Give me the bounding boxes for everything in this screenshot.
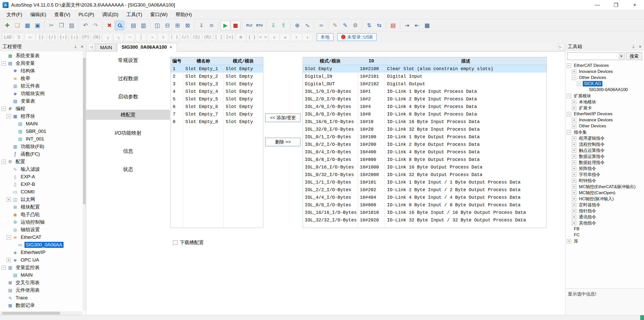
project-tree-item-r19[interactable]: +◫以太网 — [0, 196, 86, 203]
tab-SIG300_0A06AA100[interactable]: SIG300_0A06AA100× — [117, 43, 177, 51]
menu-view[interactable]: 查看(V) — [50, 10, 74, 19]
step-out-icon[interactable]: ⇤ — [412, 21, 422, 30]
settings-item-r3[interactable]: 槽配置 — [86, 110, 170, 120]
collapse-icon[interactable]: − — [577, 82, 581, 86]
restore-button[interactable]: ❐ — [607, 0, 625, 10]
project-tree-item-r6[interactable]: ▤变量表 — [0, 97, 86, 105]
coil-icon[interactable]: ( ) — [169, 33, 180, 41]
expand-icon[interactable]: + — [572, 142, 576, 147]
toolbox-tree-item-r5[interactable]: −扩展模块 — [565, 93, 644, 99]
menu-debug[interactable]: 调试(D) — [98, 10, 122, 19]
slot-row[interactable]: 8Slot Empty_8Slot Empty — [171, 118, 263, 126]
slot-row[interactable]: 4Slot Empty_4Slot Empty — [171, 88, 263, 95]
expand-icon[interactable]: + — [7, 197, 11, 202]
toolbox-tree-item-HC[interactable]: +HC轴控(脉冲输入) — [565, 196, 644, 202]
delete-icon[interactable]: ✖ — [105, 21, 114, 30]
collapse-icon[interactable]: − — [7, 235, 11, 240]
stop-icon[interactable]: ■ — [231, 21, 240, 30]
toolbox-tree-item-r26[interactable]: +其他指令 — [565, 220, 644, 226]
toolbox-tree-item-r23[interactable]: +定时器指令 — [565, 202, 644, 208]
project-tree-item-FB[interactable]: ▥功能块(FB) — [0, 143, 86, 150]
collapse-icon[interactable]: − — [2, 160, 6, 164]
slot-row[interactable]: 2Slot Empty_2Slot Empty — [171, 73, 263, 80]
expand-icon[interactable]: + — [567, 239, 571, 243]
toolbox-tree-item-r29[interactable]: +库 — [565, 238, 644, 244]
slot-row[interactable]: 5Slot Empty_5Slot Empty — [171, 95, 263, 103]
toolbox-tree-item-r11[interactable]: −指令集 — [565, 129, 644, 135]
minimize-button[interactable]: — — [588, 0, 607, 10]
expand-icon[interactable]: + — [572, 154, 576, 159]
expand-icon[interactable]: + — [572, 124, 576, 128]
toolbox-tree-item-r19[interactable]: +时钟指令 — [565, 178, 644, 184]
print-abort-icon[interactable]: ▤ — [388, 21, 398, 30]
select-tool-icon[interactable]: ▭ — [25, 33, 35, 41]
toolbox-tree-item-r6[interactable]: +本地模块 — [565, 99, 644, 105]
star-icon[interactable]: ✳ — [269, 33, 279, 41]
toolbox-tree-item-r16[interactable]: +数据处理指令 — [565, 159, 644, 165]
toolbox-tree-item-r24[interactable]: +指针指令 — [565, 208, 644, 214]
run-icon[interactable]: ▶ — [221, 21, 230, 30]
project-tree-item-r0[interactable]: ▦系统变量表 — [0, 52, 86, 60]
menu-help[interactable]: 帮助(H) — [171, 10, 196, 19]
expand-icon[interactable]: + — [572, 191, 576, 195]
toolbox-tree-item-EtherNetIPDevices[interactable]: −EtherNet/IP Devices — [565, 111, 644, 117]
scrollbar-thumb[interactable] — [83, 58, 86, 204]
edge-up-icon[interactable]: ↑ — [291, 33, 302, 41]
save-all-icon[interactable]: ▣ — [33, 21, 42, 30]
project-tree-item-r1[interactable]: −▤全局变量 — [0, 60, 86, 67]
project-tree-item-MAIN[interactable]: ▤MAIN — [0, 271, 86, 279]
contact-rising-icon[interactable]: ┤↑├ — [58, 33, 69, 41]
project-tree-item-r2[interactable]: ❖结构体 — [0, 67, 86, 75]
project-tree-vertical-scrollbar[interactable] — [83, 51, 86, 311]
module-row[interactable]: IOL_0/16_I/O-Bytes16#1000IO-Link 16 Byte… — [303, 163, 546, 171]
expand-icon[interactable]: + — [572, 197, 576, 201]
search-icon[interactable] — [115, 21, 124, 30]
settings-item-r0[interactable]: 常规设置 — [86, 55, 170, 65]
expand-icon[interactable]: + — [572, 185, 576, 189]
toolbox-tree-item-MCEtherCAT[interactable]: +MC轴控(EtherCAT&脉冲输出) — [565, 184, 644, 190]
module-row[interactable]: Digital_IN16#2101Digital Input — [303, 73, 546, 80]
slot-row[interactable]: 6Slot Empty_6Slot Empty — [171, 103, 263, 110]
pin-icon[interactable]: ⊤ — [632, 44, 635, 49]
toolbox-tree-item-FC[interactable]: FC — [565, 232, 644, 238]
module-row[interactable]: IOL_16/0_I/O-Bytes16#10IO-Link 16 Byte I… — [303, 118, 546, 126]
toolbox-tree-item-MCCanOpen[interactable]: +MC轴控(CanOpen) — [565, 190, 644, 196]
refresh-icon[interactable]: ↺ — [280, 33, 290, 41]
expand-icon[interactable]: + — [572, 160, 576, 165]
slot-row[interactable]: 3Slot Empty_3Slot Empty — [171, 80, 263, 88]
project-tree-item-r31[interactable]: ▤元件使用表 — [0, 286, 86, 294]
tab-MAIN[interactable]: MAIN — [95, 44, 117, 51]
project-tree-item-r14[interactable]: −⚙配置 — [0, 158, 86, 165]
close-panel-icon[interactable]: × — [639, 44, 641, 49]
expand-icon[interactable]: + — [572, 166, 576, 171]
print-icon[interactable]: ▤ — [129, 21, 138, 30]
project-tree-item-OPCUA[interactable]: +◈OPC UA — [0, 256, 86, 264]
project-tree-item-r15[interactable]: ∿输入滤波 — [0, 165, 86, 173]
slot-row[interactable]: 7Slot Empty_7Slot Empty — [171, 110, 263, 118]
expand-icon[interactable]: + — [572, 106, 576, 110]
step-into-icon[interactable]: ⇥ — [402, 21, 412, 30]
expand-icon[interactable]: + — [572, 136, 576, 140]
expand-icon[interactable]: + — [572, 118, 576, 122]
toolbox-tree-item-r25[interactable]: +通讯指令 — [565, 214, 644, 220]
project-tree-item-r7[interactable]: −#编程 — [0, 105, 86, 112]
expand-icon[interactable]: + — [572, 148, 576, 153]
toolbox-tree-item-r13[interactable]: +流程控制指令 — [565, 141, 644, 147]
toolbox-tree-item-r12[interactable]: +程序逻辑指令 — [565, 135, 644, 141]
project-tree-item-Trace[interactable]: ∿Trace — [0, 294, 86, 302]
menu-edit[interactable]: 编辑(E) — [26, 10, 50, 19]
angle-block-icon[interactable]: < > — [258, 33, 268, 41]
toolbox-tree-item-r15[interactable]: +数据运算指令 — [565, 153, 644, 159]
toolbox-tree-item-r14[interactable]: +触点运算指令 — [565, 147, 644, 153]
expand-icon[interactable]: + — [572, 179, 576, 183]
settings-item-r2[interactable]: 启动参数 — [86, 92, 170, 102]
module-row[interactable]: IOL_32/32_I/O-Bytes16#2020IO-Link 32 Byt… — [303, 216, 546, 224]
toolbox-search-input[interactable] — [568, 53, 618, 59]
expand-icon[interactable]: + — [572, 215, 576, 219]
collapse-icon[interactable]: − — [2, 266, 6, 270]
slot-row[interactable]: 1Slot Empty_1Slot Empty — [171, 65, 263, 73]
project-tree-horizontal-scrollbar[interactable] — [0, 311, 83, 315]
coil-set-icon[interactable]: (S) — [191, 33, 202, 41]
settings-item-r6[interactable]: 状态 — [86, 164, 170, 174]
menu-plc[interactable]: PLC(P) — [74, 10, 98, 19]
